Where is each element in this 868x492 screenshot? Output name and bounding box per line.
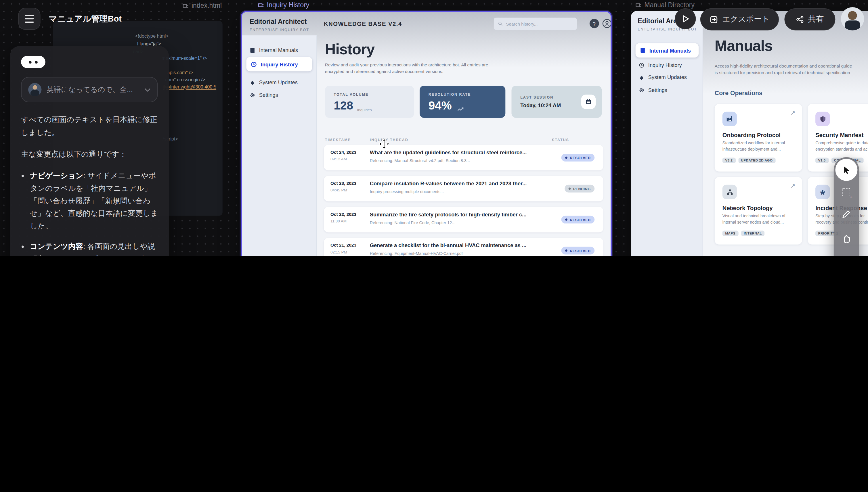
canvas-stage[interactable]: index.html <!doctype html> l lang="ja"> … — [0, 0, 868, 256]
search-icon — [498, 22, 502, 26]
history-icon — [251, 61, 257, 67]
chevron-down-icon — [144, 88, 150, 91]
hand-tool[interactable] — [842, 233, 852, 243]
sidebar-item-inquiry-history[interactable]: Inquiry History — [639, 62, 682, 68]
gear-icon — [639, 87, 644, 93]
stat-total-volume: TOTAL VOLUME 128 Inquiries — [325, 85, 414, 118]
move-cursor — [378, 138, 390, 150]
user-message-collapsed[interactable]: 英語になってるので、全... — [21, 77, 158, 103]
open-arrow-icon[interactable]: ↗ — [790, 182, 796, 190]
status-badge: RESOLVED — [561, 247, 594, 254]
export-button[interactable]: エクスポート — [700, 8, 779, 30]
factory-icon — [723, 112, 737, 126]
inquiry-row[interactable]: Oct 21, 2023 02:15 PM Generate a checkli… — [324, 238, 603, 256]
tool-palette: + — [834, 157, 859, 256]
gear-icon — [250, 92, 255, 97]
marquee-tool[interactable]: + — [842, 188, 850, 196]
frame-icon — [636, 2, 642, 8]
frame-icon — [258, 2, 264, 8]
book-icon — [640, 48, 646, 53]
sidebar-item-internal-manuals[interactable]: Internal Manuals — [250, 47, 298, 53]
help-icon[interactable]: ? — [590, 19, 599, 28]
status-badge: RESOLVED — [561, 216, 594, 224]
select-tool[interactable] — [835, 158, 858, 181]
inquiry-history-artboard[interactable]: Editorial Architect ENTERPRISE INQUIRY B… — [241, 11, 612, 256]
avatar — [28, 83, 41, 96]
history-icon — [639, 63, 644, 68]
board1-frame-label[interactable]: Inquiry History — [258, 1, 309, 9]
sidebar-item-inquiry-history[interactable]: Inquiry History — [247, 57, 312, 71]
inquiry-row[interactable]: Oct 23, 2023 04:45 PM Compare insulation… — [324, 176, 603, 201]
inquiry-row[interactable]: Oct 22, 2023 11:30 AM Summarize the fire… — [324, 207, 603, 232]
sitemap-icon — [723, 185, 737, 199]
manual-directory-artboard[interactable]: Editorial Architect ENTERPRISE INQUIRY B… — [631, 11, 868, 256]
inquiry-row[interactable]: Oct 24, 2023 09:12 AM What are the updat… — [324, 145, 603, 170]
page-title: Manuals — [715, 38, 773, 55]
export-icon — [709, 15, 718, 24]
sidebar-item-system-updates[interactable]: System Updates — [250, 79, 298, 85]
book-icon — [250, 47, 255, 53]
sidebar-item-internal-manuals[interactable]: Internal Manuals — [636, 43, 699, 57]
page-title: History — [325, 41, 374, 58]
thinking-indicator — [21, 56, 45, 68]
status-badge: RESOLVED — [561, 154, 594, 162]
asterisk-icon: * — [815, 185, 830, 199]
bell-icon — [250, 79, 255, 85]
bell-icon — [639, 74, 644, 80]
share-button[interactable]: 共有 — [784, 8, 835, 30]
search-history-input[interactable]: Search history... — [494, 18, 577, 30]
user-icon[interactable] — [602, 19, 612, 28]
manual-card-onboarding[interactable]: ↗ Onboarding Protocol Standardized workf… — [715, 104, 802, 172]
board2-frame-label[interactable]: Manual Directory — [636, 1, 695, 9]
chat-panel: 英語になってるので、全... すべての画面のテキストを日本語に修正しました。 主… — [10, 46, 169, 256]
menu-button[interactable] — [18, 8, 41, 30]
section-heading: Core Operations — [715, 90, 763, 96]
sidebar-item-settings[interactable]: Settings — [639, 87, 667, 93]
sidebar-item-system-updates[interactable]: System Updates — [639, 74, 687, 80]
shield-icon — [815, 112, 830, 126]
open-arrow-icon[interactable]: ↗ — [790, 109, 796, 117]
assistant-message: すべての画面のテキストを日本語に修正しました。 主な変更点は以下の通りです： ナ… — [21, 114, 159, 256]
cursor-icon — [842, 165, 851, 174]
stat-last-session: LAST SESSION Today, 10:24 AM — [511, 85, 602, 118]
code-frame-label[interactable]: index.html — [183, 2, 222, 9]
stat-resolution-rate: RESOLUTION RATE 94% — [420, 85, 505, 118]
calendar-icon — [581, 95, 596, 109]
frame-icon — [183, 3, 189, 9]
pencil-tool[interactable] — [842, 209, 852, 219]
project-title[interactable]: マニュアル管理Bot — [49, 14, 122, 24]
account-avatar[interactable] — [841, 7, 864, 30]
share-icon — [796, 16, 804, 23]
play-button[interactable] — [675, 8, 696, 29]
trend-up-icon — [457, 107, 464, 112]
manual-card-network[interactable]: ↗ Network Topology Visual and technical … — [715, 177, 802, 245]
status-badge: PENDING — [565, 185, 594, 193]
sidebar-item-settings[interactable]: Settings — [250, 92, 278, 98]
play-icon — [682, 15, 689, 23]
